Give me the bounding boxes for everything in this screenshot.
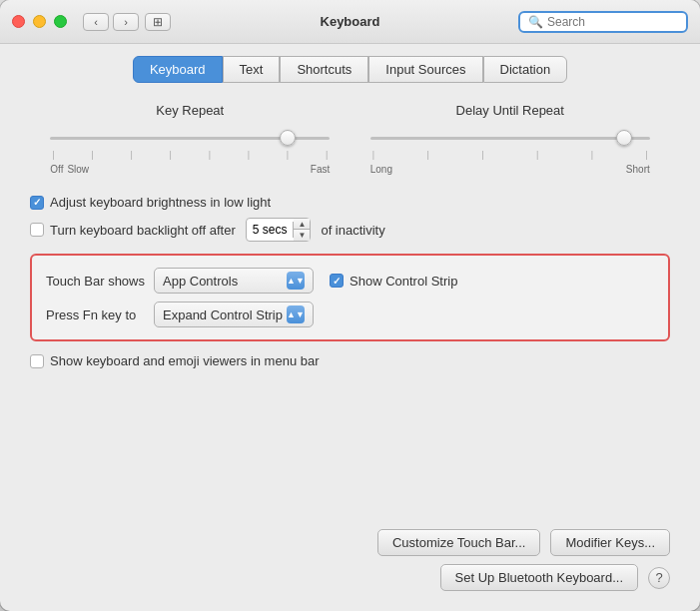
- sliders-section: Key Repeat | | | | | | |: [30, 103, 670, 175]
- tab-shortcuts[interactable]: Shortcuts: [280, 56, 368, 83]
- backlight-label: Turn keyboard backlight off after: [50, 223, 236, 238]
- fn-key-dropdown[interactable]: Expand Control Strip ▲▼: [154, 302, 314, 327]
- search-bar[interactable]: 🔍: [518, 11, 688, 33]
- forward-icon: ›: [124, 16, 128, 28]
- brightness-label: Adjust keyboard brightness in low light: [50, 195, 271, 210]
- grid-icon: ⊞: [153, 15, 163, 29]
- key-repeat-labels: Off Slow Fast: [50, 164, 330, 175]
- dropdown-arrow-icon: ▲▼: [287, 272, 305, 290]
- key-repeat-track-container: [50, 128, 330, 148]
- show-control-strip-checkbox[interactable]: [330, 274, 344, 288]
- bottom-section: Customize Touch Bar... Modifier Keys... …: [0, 519, 700, 611]
- search-input[interactable]: [547, 15, 678, 29]
- backlight-stepper[interactable]: 5 secs ▲ ▼: [246, 218, 312, 242]
- tab-keyboard[interactable]: Keyboard: [133, 56, 223, 83]
- minimize-button[interactable]: [33, 15, 46, 28]
- traffic-lights: [12, 15, 67, 28]
- fn-key-row: Press Fn key to Expand Control Strip ▲▼: [46, 302, 654, 327]
- bluetooth-keyboard-button[interactable]: Set Up Bluetooth Keyboard...: [440, 564, 638, 591]
- tab-input-sources[interactable]: Input Sources: [368, 56, 482, 83]
- delay-until-repeat-group: Delay Until Repeat | | | | | |: [370, 103, 650, 175]
- back-icon: ‹: [94, 16, 98, 28]
- back-button[interactable]: ‹: [83, 13, 109, 31]
- show-control-strip-label: Show Control Strip: [350, 274, 457, 289]
- brightness-row: Adjust keyboard brightness in low light: [30, 195, 670, 210]
- keyboard-window: ‹ › ⊞ Keyboard 🔍 Keyboard Text Shortcuts…: [0, 0, 700, 611]
- touchbar-shows-label: Touch Bar shows: [46, 274, 146, 289]
- backlight-checkbox[interactable]: [30, 223, 44, 237]
- delay-repeat-thumb[interactable]: [616, 130, 632, 146]
- key-repeat-slider-wrapper: | | | | | | | | Off Slow Fast: [50, 128, 330, 175]
- delay-until-repeat-title: Delay Until Repeat: [456, 103, 564, 118]
- touchbar-shows-value: App Controls: [163, 274, 283, 289]
- window-title: Keyboard: [321, 14, 380, 29]
- touchbar-shows-dropdown[interactable]: App Controls ▲▼: [154, 268, 314, 294]
- delay-repeat-labels: Long Short: [370, 164, 650, 175]
- delay-until-repeat-slider-wrapper: | | | | | | Long Short: [370, 128, 650, 175]
- search-icon: 🔍: [528, 15, 543, 29]
- main-content: Key Repeat | | | | | | |: [0, 83, 700, 519]
- stepper-arrows: ▲ ▼: [294, 219, 310, 241]
- titlebar: ‹ › ⊞ Keyboard 🔍: [0, 0, 700, 44]
- middle-buttons-row: Customize Touch Bar... Modifier Keys...: [30, 529, 670, 556]
- fn-key-label: Press Fn key to: [46, 307, 146, 322]
- key-repeat-track: [50, 137, 330, 140]
- delay-repeat-track-container: [370, 128, 650, 148]
- stepper-up[interactable]: ▲: [294, 219, 310, 230]
- nav-buttons: ‹ ›: [83, 13, 139, 31]
- tab-text[interactable]: Text: [223, 56, 281, 83]
- inactivity-label: of inactivity: [321, 223, 384, 238]
- delay-repeat-track: [370, 137, 650, 140]
- touchbar-section: Touch Bar shows App Controls ▲▼ Show Con…: [30, 254, 670, 341]
- stepper-value: 5 secs: [247, 222, 295, 238]
- customize-touchbar-button[interactable]: Customize Touch Bar...: [377, 529, 540, 556]
- key-repeat-title: Key Repeat: [156, 103, 224, 118]
- close-button[interactable]: [12, 15, 25, 28]
- key-repeat-thumb[interactable]: [280, 130, 296, 146]
- emoji-label: Show keyboard and emoji viewers in menu …: [50, 353, 320, 368]
- key-repeat-group: Key Repeat | | | | | | |: [50, 103, 330, 175]
- maximize-button[interactable]: [54, 15, 67, 28]
- fn-key-value: Expand Control Strip: [163, 307, 283, 322]
- grid-button[interactable]: ⊞: [145, 13, 171, 31]
- forward-button[interactable]: ›: [113, 13, 139, 31]
- modifier-keys-button[interactable]: Modifier Keys...: [550, 529, 670, 556]
- show-control-strip-row: Show Control Strip: [330, 274, 457, 289]
- help-button[interactable]: ?: [648, 567, 670, 589]
- backlight-row: Turn keyboard backlight off after 5 secs…: [30, 218, 670, 242]
- emoji-row: Show keyboard and emoji viewers in menu …: [30, 353, 670, 368]
- fn-dropdown-arrow-icon: ▲▼: [287, 306, 305, 323]
- bottom-buttons-row: Set Up Bluetooth Keyboard... ?: [30, 564, 670, 591]
- tabbar: Keyboard Text Shortcuts Input Sources Di…: [0, 44, 700, 83]
- tab-dictation[interactable]: Dictation: [483, 56, 568, 83]
- stepper-down[interactable]: ▼: [294, 230, 310, 241]
- touchbar-shows-row: Touch Bar shows App Controls ▲▼ Show Con…: [46, 268, 654, 294]
- emoji-checkbox[interactable]: [30, 354, 44, 368]
- brightness-checkbox[interactable]: [30, 196, 44, 210]
